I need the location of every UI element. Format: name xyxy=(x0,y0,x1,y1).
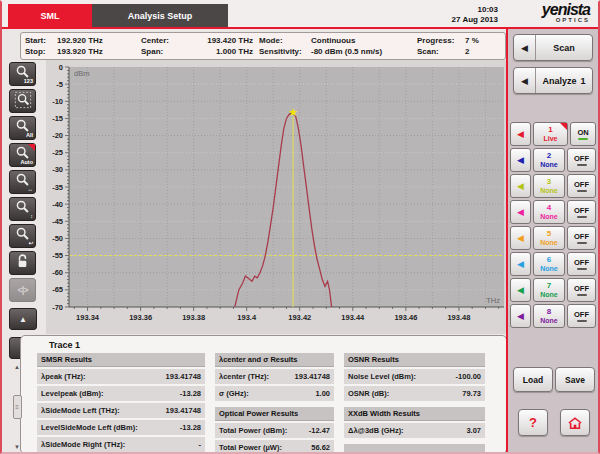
trace-7-button[interactable]: 7None xyxy=(533,278,565,302)
trace-state-indicator xyxy=(577,294,587,296)
trace-2-button[interactable]: 2None xyxy=(533,148,565,172)
clock-date: 27 Aug 2013 xyxy=(418,15,498,25)
trace-2-power-button[interactable]: OFF xyxy=(567,148,596,172)
trace-3-button[interactable]: 3None xyxy=(533,174,565,198)
results-title: Trace 1 xyxy=(49,340,80,350)
home-button[interactable] xyxy=(560,409,590,436)
result-label: LevelSideMode Left (dBm): xyxy=(41,420,138,435)
result-label: Total Power (dBm): xyxy=(219,423,287,438)
trace-5-button[interactable]: 5None xyxy=(533,226,565,250)
status-field-value: 2 xyxy=(465,47,469,57)
results-row: λSideMode Left (THz):193.41748 xyxy=(37,403,205,418)
trace-2-select-button[interactable]: ◀ xyxy=(510,148,531,172)
status-column-1: Start:192.920 THzStop:193.920 THz xyxy=(25,36,141,57)
results-row: Noise Level (dBm):-100.00 xyxy=(344,369,485,384)
y-tick-label: -40 xyxy=(52,200,63,209)
zoom-back-button[interactable]: ↩ xyxy=(9,224,36,248)
trace-state-label: OFF xyxy=(574,180,589,189)
top-bar: SML Analysis Setup 10:03 27 Aug 2013 yen… xyxy=(2,2,598,27)
status-field: Start:192.920 THz xyxy=(25,36,141,46)
trace-4-button[interactable]: 4None xyxy=(533,200,565,224)
trace-row-6: ◀6NoneOFF xyxy=(510,252,596,276)
results-row: λpeak (THz):193.41748 xyxy=(37,369,205,384)
results-row: LevelSideMode Left (dBm):-13.28 xyxy=(37,420,205,435)
result-value: 3.07 xyxy=(466,423,481,438)
trace-1-select-button[interactable]: ◀ xyxy=(510,122,531,146)
scan-label: Scan xyxy=(536,35,592,60)
trace-8-button[interactable]: 8None xyxy=(533,304,565,328)
load-button[interactable]: Load xyxy=(513,367,553,392)
status-field-label: Center: xyxy=(141,36,183,46)
marker-icon: <|> xyxy=(17,285,27,295)
zoom-auto-button[interactable]: Auto xyxy=(9,143,36,167)
trace-3-power-button[interactable]: OFF xyxy=(567,174,596,198)
result-value: 193.41748 xyxy=(166,403,201,418)
trace-1-power-button[interactable]: ON xyxy=(570,122,596,146)
active-flag-icon xyxy=(560,123,567,130)
spectrum-chart[interactable]: 0-5-10-15-20-25-30-35-40-45-50-55-60-65-… xyxy=(46,60,508,334)
help-button[interactable]: ? xyxy=(518,409,548,436)
trace-list: ◀1LiveON◀2NoneOFF◀3NoneOFF◀4NoneOFF◀5Non… xyxy=(510,122,596,328)
zoom-selection-button[interactable] xyxy=(9,89,36,113)
results-group: λcenter and σ Resultsλcenter (THz):193.4… xyxy=(215,353,334,401)
scan-button[interactable]: ◀ Scan xyxy=(513,34,593,61)
analyze-button[interactable]: ◀ Analyze 1 xyxy=(513,67,593,94)
trace-6-select-button[interactable]: ◀ xyxy=(510,252,531,276)
y-tick-label: -15 xyxy=(52,114,63,123)
trace-7-select-button[interactable]: ◀ xyxy=(510,278,531,302)
marker-button[interactable]: <|> xyxy=(9,278,36,302)
trace-5-select-button[interactable]: ◀ xyxy=(510,226,531,250)
analyze-menu-arrow-icon[interactable]: ◀ xyxy=(514,68,536,93)
trace-1-button[interactable]: 1Live xyxy=(533,122,568,146)
peak-marker-icon: ★ xyxy=(288,106,298,118)
result-value: 193.41748 xyxy=(166,369,201,384)
y-tick-label: -30 xyxy=(52,165,63,174)
status-field-value: 193.420 THz xyxy=(183,36,253,46)
tab-analysis-setup[interactable]: Analysis Setup xyxy=(92,4,228,27)
trace-4-select-button[interactable]: ◀ xyxy=(510,200,531,224)
spectrum-plot[interactable]: 0-5-10-15-20-25-30-35-40-45-50-55-60-65-… xyxy=(46,60,508,334)
trace-8-select-button[interactable]: ◀ xyxy=(510,304,531,328)
trace-8-power-button[interactable]: OFF xyxy=(567,304,596,328)
trace-label: None xyxy=(540,161,558,169)
scroll-up-icon[interactable]: ▲ xyxy=(14,364,20,370)
result-label: Total Power (µW): xyxy=(219,440,282,454)
trace-4-power-button[interactable]: OFF xyxy=(567,200,596,224)
status-field-label: Span: xyxy=(141,47,183,57)
lock-button[interactable] xyxy=(9,251,36,275)
trace-3-select-button[interactable]: ◀ xyxy=(510,174,531,198)
results-row: σ (GHz):1.00 xyxy=(215,386,334,401)
scrollbar-thumb[interactable]: ≡ xyxy=(13,395,22,419)
y-tick-label: -50 xyxy=(52,234,63,243)
trace-6-button[interactable]: 6None xyxy=(533,252,565,276)
y-tick-label: -70 xyxy=(52,303,63,312)
trace-label: None xyxy=(540,265,558,273)
results-group-title xyxy=(344,444,485,454)
result-value: -13.28 xyxy=(180,386,201,401)
sidebar: ◀ Scan ◀ Analyze 1 ◀1LiveON◀2NoneOFF◀3No… xyxy=(506,29,598,452)
zoom-all-button[interactable]: All xyxy=(9,116,36,140)
save-button[interactable]: Save xyxy=(555,367,595,392)
zoom-vertical-button[interactable]: ↕ xyxy=(9,197,36,221)
status-column-3: Mode:ContinuousSensitivity:-80 dBm (0.5 … xyxy=(259,36,417,57)
trace-5-power-button[interactable]: OFF xyxy=(567,226,596,250)
zoom-horizontal-button[interactable]: ↔ xyxy=(9,170,36,194)
trace-number: 7 xyxy=(547,282,551,290)
tab-sml[interactable]: SML xyxy=(8,4,92,27)
scroll-down-icon[interactable]: ▼ xyxy=(14,444,20,450)
results-row: Levelpeak (dBm):-13.28 xyxy=(37,386,205,401)
trace-state-label: OFF xyxy=(574,284,589,293)
results-scrollbar[interactable]: ▲ ≡ ▼ xyxy=(12,364,22,450)
trace-6-power-button[interactable]: OFF xyxy=(567,252,596,276)
trace-7-power-button[interactable]: OFF xyxy=(567,278,596,302)
status-field: Center:193.420 THz xyxy=(141,36,259,46)
status-field: Span:1.000 THz xyxy=(141,47,259,57)
status-field-value: 1.000 THz xyxy=(183,47,253,57)
tool-sub-label: ↕ xyxy=(30,213,33,219)
clock: 10:03 27 Aug 2013 xyxy=(418,5,498,25)
scan-menu-arrow-icon[interactable]: ◀ xyxy=(514,35,536,60)
trace-state-indicator xyxy=(577,216,587,218)
x-tick-label: 193.42 xyxy=(288,313,311,322)
zoom-values-button[interactable]: 123 xyxy=(9,62,36,86)
expand-chart-button[interactable]: ▲ xyxy=(9,308,37,330)
